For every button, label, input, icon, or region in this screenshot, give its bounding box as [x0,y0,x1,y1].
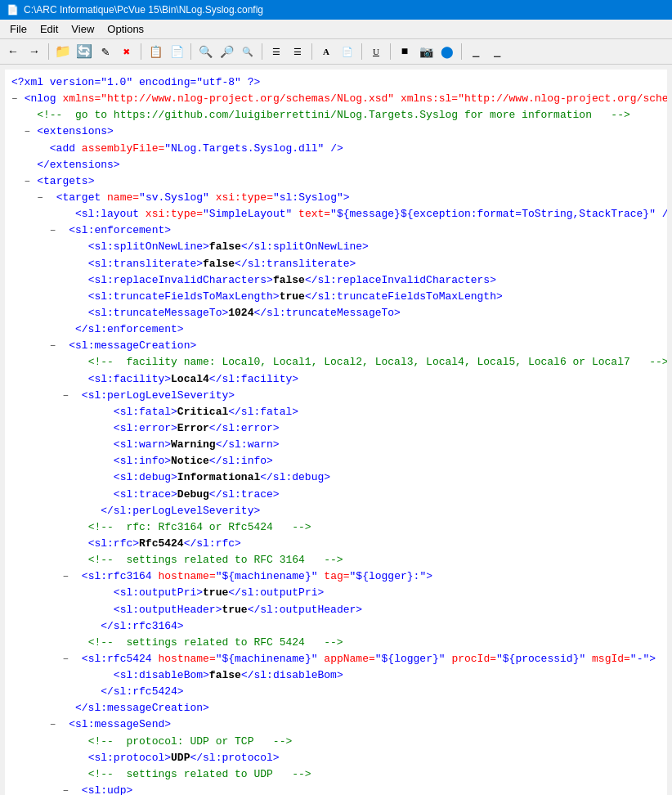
toolbar-separator-2 [141,43,141,60]
toolbar-separator-5 [311,43,312,60]
toolbar: ← → 📁 🔄 ✎ ✖ 📋 📄 🔍 🔎 🔍 ☰ ☰ A 📄 U ■ 📷 ⬤ ⎯ … [0,39,672,65]
title-icon: 📄 [7,4,19,16]
menu-edit[interactable]: Edit [34,21,65,37]
active-button[interactable]: ⬤ [437,42,457,61]
toolbar-separator-6 [361,43,362,60]
zoom-in-button[interactable]: 🔎 [217,42,236,61]
txt2-button[interactable]: 📄 [338,42,357,61]
txt1-button[interactable]: A [316,42,336,61]
toolbar-separator-1 [48,43,49,60]
title-bar: 📄 C:\ARC Informatique\PcVue 15\Bin\NLog.… [0,0,672,20]
menu-view[interactable]: View [65,21,101,37]
back-button[interactable]: ← [3,42,23,61]
u-button[interactable]: U [366,42,386,61]
tool1-button[interactable]: ⎯ [466,42,486,61]
toolbar-separator-4 [262,43,262,60]
box1-button[interactable]: ■ [395,42,414,61]
open-button[interactable]: 📁 [53,42,73,61]
img3-button[interactable]: 📷 [416,42,436,61]
forward-button[interactable]: → [25,42,44,61]
img2-button[interactable]: ☰ [288,42,307,61]
title-text: C:\ARC Informatique\PcVue 15\Bin\NLog.Sy… [24,4,263,16]
zoom-fit-button[interactable]: 🔍 [238,42,258,61]
content-area[interactable]: <?xml version="1.0" encoding="utf-8" ?> … [5,70,667,795]
menu-file[interactable]: File [3,21,34,37]
toolbar-separator-7 [390,43,391,60]
toolbar-separator-8 [461,43,462,60]
reload-button[interactable]: 🔄 [74,42,94,61]
tool2-button[interactable]: ⎯ [487,42,507,61]
blank1-button[interactable]: 📄 [167,42,186,61]
img1-button[interactable]: ☰ [267,42,286,61]
delete-button[interactable]: ✖ [117,42,137,61]
copy-button[interactable]: 📋 [146,42,165,61]
zoom-out-button[interactable]: 🔍 [195,42,215,61]
menu-options[interactable]: Options [101,21,150,37]
edit-button[interactable]: ✎ [96,42,115,61]
toolbar-separator-3 [190,43,191,60]
menu-bar: File Edit View Options [0,20,672,39]
